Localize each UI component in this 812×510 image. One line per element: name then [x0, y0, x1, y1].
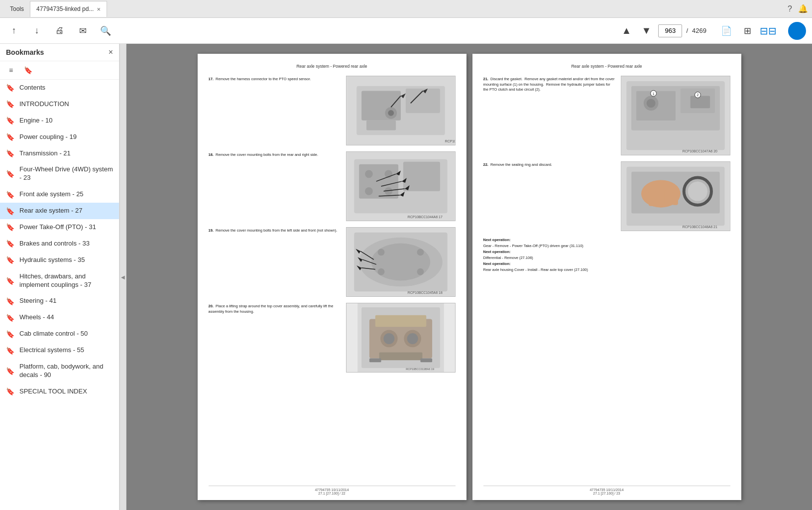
step-19-text: 19. Remove the cover mounting bolts from…: [209, 227, 341, 234]
bookmark-icon-hydraulic-systems: 🔖: [6, 256, 14, 264]
bell-icon[interactable]: 🔔: [798, 4, 808, 13]
svg-text:RCP10BCC1045A6  18: RCP10BCC1045A6 18: [407, 291, 442, 294]
print-icon: 🖨: [55, 25, 64, 36]
step-19-image: RCP10BCC1045A6 18: [346, 227, 456, 297]
toolbar-button-upload[interactable]: ↑: [6, 23, 22, 39]
sidebar-add-bookmark-button[interactable]: 🔖: [21, 63, 35, 77]
svg-point-62: [646, 99, 655, 108]
bookmark-icon-steering: 🔖: [6, 297, 14, 305]
sidebar-item-front-axle[interactable]: 🔖 Front axle system - 25: [0, 186, 119, 203]
sidebar-item-power-take-off[interactable]: 🔖 Power Take-Off (PTO) - 31: [0, 219, 119, 236]
sidebar-item-label-power-take-off: Power Take-Off (PTO) - 31: [19, 223, 96, 232]
document-tab[interactable]: 47794735-linked pd... ×: [30, 1, 107, 17]
compare-icon: ⊟⊟: [760, 25, 777, 37]
svg-rect-14: [359, 164, 398, 199]
sidebar-item-transmission[interactable]: 🔖 Transmission - 21: [0, 145, 119, 162]
thumbnail-view-button[interactable]: ⊞: [739, 23, 755, 39]
compare-button[interactable]: ⊟⊟: [760, 23, 776, 39]
toolbar-button-download[interactable]: ↓: [29, 23, 45, 39]
svg-text:RCP10BCC1047A6  20: RCP10BCC1047A6 20: [682, 149, 717, 153]
nav-up-button[interactable]: ▲: [618, 23, 634, 39]
user-avatar[interactable]: [788, 22, 806, 40]
nav-down-button[interactable]: ▼: [638, 23, 654, 39]
list-icon: ≡: [9, 66, 13, 74]
sidebar-item-four-wheel-drive[interactable]: 🔖 Four-Wheel Drive (4WD) system - 23: [0, 161, 119, 186]
bookmark-icon-brakes-controls: 🔖: [6, 240, 14, 248]
grid-icon: ⊞: [744, 25, 751, 36]
step-21-image: 1 2 RCP10BCC1047A6 20: [621, 76, 730, 155]
email-icon: ✉: [79, 25, 87, 36]
step-22-text: 22. Remove the sealing ring and discard.: [483, 161, 616, 168]
sidebar-item-label-rear-axle: Rear axle system - 27: [19, 207, 82, 215]
svg-text:RCP10BCC013BA6  19: RCP10BCC013BA6 19: [406, 368, 434, 371]
sidebar-item-engine[interactable]: 🔖 Engine - 10: [0, 113, 119, 129]
page-number-input[interactable]: 963: [658, 24, 682, 37]
sidebar-collapse-handle[interactable]: ◀: [119, 44, 126, 510]
step-21-text: 21. Discard the gasket. Remove any gaske…: [483, 76, 616, 93]
bookmark-icon-engine: 🔖: [6, 117, 14, 125]
sidebar-close-button[interactable]: ×: [109, 48, 113, 57]
page-left: Rear axle system - Powered rear axle 17.…: [198, 54, 466, 500]
help-icon[interactable]: ?: [788, 4, 792, 13]
sidebar-item-label-wheels: Wheels - 44: [19, 313, 54, 322]
document-viewer[interactable]: Rear axle system - Powered rear axle 17.…: [126, 44, 812, 510]
bookmark-icon-front-axle: 🔖: [6, 191, 14, 199]
step-18-text: 18. Remove the cover mounting bolts from…: [209, 151, 341, 158]
sidebar-item-label-engine: Engine - 10: [19, 117, 53, 125]
sidebar-item-power-coupling[interactable]: 🔖 Power coupling - 19: [0, 129, 119, 145]
svg-rect-53: [369, 358, 381, 362]
step-22: 22. Remove the sealing ring and discard.: [483, 161, 730, 231]
svg-rect-3: [405, 89, 440, 113]
document-icon: 📄: [721, 25, 732, 36]
sidebar-item-electrical-systems[interactable]: 🔖 Electrical systems - 55: [0, 342, 119, 359]
sidebar-list-view-button[interactable]: ≡: [4, 63, 18, 77]
tools-tab[interactable]: Tools: [4, 1, 30, 17]
svg-text:1: 1: [652, 92, 654, 96]
sidebar-item-steering[interactable]: 🔖 Steering - 41: [0, 293, 119, 309]
sidebar-item-hydraulic-systems[interactable]: 🔖 Hydraulic systems - 35: [0, 252, 119, 268]
sidebar-item-cab-climate[interactable]: 🔖 Cab climate control - 50: [0, 326, 119, 342]
next-op-label-2: Next operation:: [483, 249, 730, 255]
sidebar-title: Bookmarks: [6, 48, 44, 56]
sidebar-item-contents[interactable]: 🔖 Contents: [0, 80, 119, 96]
svg-rect-74: [657, 189, 664, 205]
page-navigation: ▲ ▼ 963 / 4269: [618, 23, 706, 39]
sidebar: Bookmarks × ≡ 🔖 🔖 Contents 🔖 INTRODUCTIO…: [0, 44, 119, 510]
right-page-footer: 47794735 10/11/201427.1 [27.100] / 23: [483, 486, 730, 495]
sidebar-item-label-hitches-drawbars: Hitches, drawbars, and implement couplin…: [19, 272, 113, 289]
toolbar-button-print[interactable]: 🖨: [52, 23, 68, 39]
toolbar-button-search[interactable]: 🔍: [98, 23, 114, 39]
chevron-left-icon: ◀: [121, 274, 125, 280]
bookmark-icon-power-take-off: 🔖: [6, 223, 14, 231]
sidebar-item-special-tool[interactable]: 🔖 SPECIAL TOOL INDEX: [0, 383, 119, 400]
bookmark-icon-wheels: 🔖: [6, 314, 14, 322]
step-18: 18. Remove the cover mounting bolts from…: [209, 151, 456, 221]
svg-point-17: [365, 187, 373, 195]
sidebar-item-label-hydraulic-systems: Hydraulic systems - 35: [19, 256, 85, 264]
left-page-footer: 47794735 10/11/201427.1 [27.100] / 22: [209, 486, 456, 495]
sidebar-item-introduction[interactable]: 🔖 INTRODUCTION: [0, 96, 119, 113]
sidebar-items-list: 🔖 Contents 🔖 INTRODUCTION 🔖 Engine - 10 …: [0, 80, 119, 510]
document-properties-button[interactable]: 📄: [718, 23, 734, 39]
sidebar-item-platform-cab[interactable]: 🔖 Platform, cab, bodywork, and decals - …: [0, 359, 119, 383]
svg-point-35: [377, 268, 384, 275]
sidebar-item-hitches-drawbars[interactable]: 🔖 Hitches, drawbars, and implement coupl…: [0, 268, 119, 293]
sidebar-item-label-front-axle: Front axle system - 25: [19, 190, 84, 199]
bookmark-icon: 🔖: [24, 66, 32, 74]
sidebar-item-brakes-controls[interactable]: 🔖 Brakes and controls - 33: [0, 236, 119, 252]
document-tab-label: 47794735-linked pd...: [36, 5, 94, 12]
toolbar-right-buttons: 📄 ⊞ ⊟⊟: [718, 23, 776, 39]
page-separator: /: [686, 27, 688, 34]
step-20-text: 20. Place a lifting strap around the top…: [209, 303, 341, 314]
sidebar-item-wheels[interactable]: 🔖 Wheels - 44: [0, 309, 119, 326]
next-op-label-1: Next operation:: [483, 237, 730, 243]
tab-close-icon[interactable]: ×: [97, 5, 101, 13]
toolbar: ↑ ↓ 🖨 ✉ 🔍 ▲ ▼ 963 / 4269 📄 ⊞ ⊟⊟: [0, 18, 812, 44]
sidebar-header: Bookmarks ×: [0, 44, 119, 61]
step-22-image: RCP10BCC1048A6 21: [621, 161, 730, 231]
step-20: 20. Place a lifting strap around the top…: [209, 303, 456, 373]
download-icon: ↓: [35, 25, 39, 36]
sidebar-item-rear-axle[interactable]: 🔖 Rear axle system - 27: [0, 203, 119, 219]
toolbar-button-email[interactable]: ✉: [75, 23, 91, 39]
bookmark-icon-four-wheel-drive: 🔖: [6, 170, 14, 178]
